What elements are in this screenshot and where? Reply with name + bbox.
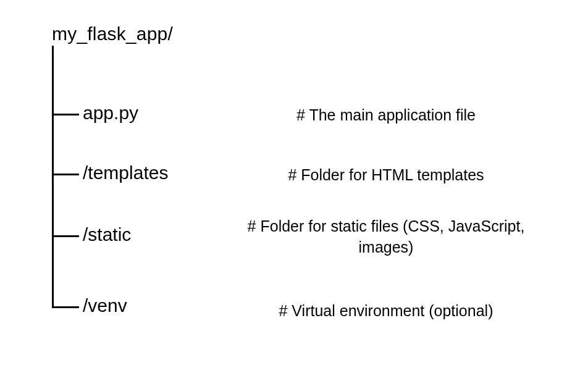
comment-app-py: # The main application file [247,105,525,126]
tree-trunk-line [52,46,54,306]
directory-tree-diagram: my_flask_app/ app.py # The main applicat… [0,0,588,373]
tree-branch-connector [52,114,79,115]
tree-branch-connector [52,235,79,237]
tree-branch-connector [52,174,79,175]
file-label-app-py: app.py [83,103,138,124]
comment-static: # Folder for static files (CSS, JavaScri… [247,216,525,258]
root-folder-label: my_flask_app/ [52,23,173,44]
folder-label-venv: /venv [83,295,127,316]
folder-label-templates: /templates [83,162,168,183]
comment-templates: # Folder for HTML templates [247,165,525,186]
folder-label-static: /static [83,224,131,245]
comment-venv: # Virtual environment (optional) [247,301,525,322]
tree-branch-connector [52,306,79,308]
